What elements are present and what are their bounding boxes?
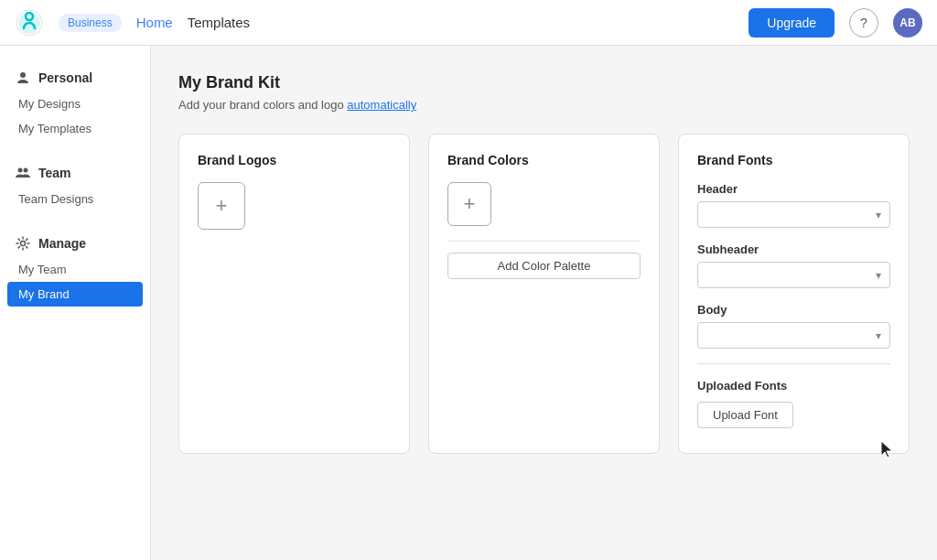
brand-fonts-card: Brand Fonts Header Subheader Body (678, 134, 910, 454)
uploaded-fonts-label: Uploaded Fonts (697, 375, 890, 393)
cards-row: Brand Logos + Brand Colors + Add Color P… (178, 134, 910, 454)
header-font-select[interactable] (697, 201, 890, 228)
help-button[interactable]: ? (849, 8, 878, 38)
svg-point-6 (21, 242, 26, 246)
sidebar-item-team-designs[interactable]: Team Designs (0, 187, 150, 211)
brand-logos-title: Brand Logos (198, 153, 391, 167)
gear-icon (15, 235, 31, 252)
sidebar-personal-title: Personal (0, 64, 150, 92)
brand-colors-title: Brand Colors (447, 153, 641, 167)
avatar[interactable]: AB (893, 8, 922, 38)
upload-font-button[interactable]: Upload Font (697, 402, 793, 428)
person-icon (15, 70, 31, 86)
divider (447, 241, 641, 242)
sidebar-section-team: Team Team Designs (0, 159, 150, 211)
body-font-select-wrapper (697, 322, 890, 349)
upgrade-button[interactable]: Upgrade (749, 8, 835, 38)
sidebar-item-my-brand[interactable]: My Brand (7, 282, 143, 307)
sidebar-section-manage: Manage My Team My Brand (0, 230, 150, 307)
sidebar-item-my-team[interactable]: My Team (0, 257, 150, 282)
sidebar-section-personal: Personal My Designs My Templates (0, 64, 150, 141)
page-title: My Brand Kit (178, 73, 910, 92)
topbar: Business Home Templates Upgrade ? AB (0, 0, 937, 46)
logo-icon (15, 8, 44, 38)
add-color-palette-button[interactable]: Add Color Palette (447, 253, 641, 279)
svg-point-5 (24, 168, 28, 173)
add-logo-button[interactable]: + (198, 182, 245, 230)
subheader-font-select-wrapper (697, 262, 890, 288)
sidebar-item-my-templates[interactable]: My Templates (0, 116, 150, 141)
nav-home[interactable]: Home (136, 15, 173, 30)
add-color-button[interactable]: + (447, 182, 491, 226)
svg-point-3 (20, 72, 26, 78)
business-badge: Business (59, 14, 122, 32)
body-font-label: Body (697, 303, 890, 317)
sidebar: Personal My Designs My Templates Team Te… (0, 46, 151, 560)
body-font-select[interactable] (697, 322, 890, 349)
sidebar-manage-title: Manage (0, 230, 150, 257)
header-font-label: Header (697, 182, 890, 196)
automatically-link[interactable]: automatically (347, 98, 416, 112)
brand-colors-card: Brand Colors + Add Color Palette (428, 134, 660, 454)
brand-logos-card: Brand Logos + (178, 134, 410, 454)
content-area: My Brand Kit Add your brand colors and l… (151, 46, 937, 560)
header-font-select-wrapper (697, 201, 890, 228)
help-icon: ? (860, 16, 867, 30)
subheader-font-label: Subheader (697, 242, 890, 256)
svg-point-4 (18, 168, 23, 173)
main-layout: Personal My Designs My Templates Team Te… (0, 46, 937, 560)
brand-fonts-title: Brand Fonts (697, 153, 890, 167)
page-subtitle: Add your brand colors and logo automatic… (178, 98, 910, 112)
nav-templates[interactable]: Templates (188, 15, 250, 30)
sidebar-item-my-designs[interactable]: My Designs (0, 92, 150, 116)
subheader-font-select[interactable] (697, 262, 890, 288)
add-color-icon: + (464, 192, 476, 216)
team-icon (15, 165, 31, 181)
fonts-divider (697, 363, 890, 364)
sidebar-team-title: Team (0, 159, 150, 187)
add-logo-icon: + (216, 194, 228, 218)
